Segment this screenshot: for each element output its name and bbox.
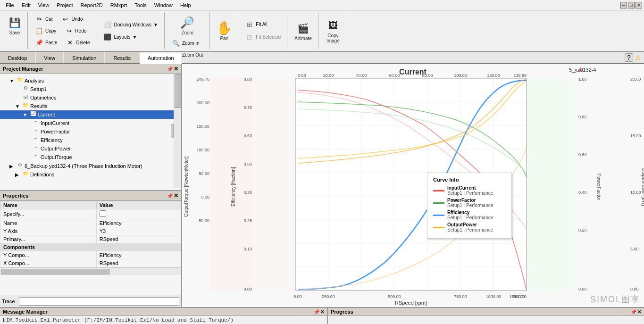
outputtorque-label: OutputTorque — [41, 154, 72, 160]
expand-optimetrics[interactable]: ▶ — [15, 95, 21, 100]
menu-file[interactable]: File — [2, 1, 18, 9]
prop-pin-icon[interactable]: 📌 — [167, 193, 173, 199]
table-row: Components — [0, 243, 181, 251]
prop-components-section: Components — [0, 243, 181, 251]
animate-button[interactable]: 🎬 Animate — [291, 19, 315, 43]
analysis-label: Analysis — [25, 78, 44, 83]
zoom-button[interactable]: 🔎 Zoom — [176, 13, 198, 37]
properties-content: Name Value Specify... Name Efficiency — [0, 201, 181, 295]
save-button[interactable]: 💾 Save — [4, 13, 25, 37]
trace-input[interactable] — [19, 297, 179, 306]
prop-primary-value: RSpeed — [96, 235, 181, 243]
chart-area[interactable]: Current 5_yzd132-4 ⚠ — [182, 64, 644, 307]
expand-definitions[interactable]: ▶ — [15, 172, 21, 177]
menu-rmxprt[interactable]: RMxprt — [107, 1, 131, 9]
pan-button[interactable]: ✋ Pan — [213, 19, 235, 43]
paste-button[interactable]: 📌 Paste — [32, 37, 61, 48]
zoom-in-button[interactable]: 🔍 Zoom In — [168, 37, 206, 49]
svg-text:20.00: 20.00 — [630, 77, 641, 82]
pm-close-icon[interactable]: ✕ — [174, 66, 178, 72]
svg-text:100.00: 100.00 — [454, 73, 467, 78]
curve-entry-outputpower: OutputPower Setup1 : Performance — [433, 222, 506, 233]
docking-windows-button[interactable]: ⬜ Docking Windows ▼ — [100, 19, 161, 30]
undo-icon: ↩ — [61, 15, 70, 23]
expand-6backup[interactable]: ▶ — [9, 164, 15, 169]
help-icon[interactable]: ? — [625, 53, 633, 62]
svg-text:PowerFactor: PowerFactor — [596, 174, 602, 200]
menu-edit[interactable]: Edit — [18, 1, 34, 9]
copy-button[interactable]: 📋 Copy — [32, 25, 59, 36]
copy-label: Copy — [45, 28, 56, 33]
expand-analysis[interactable]: ▼ — [9, 78, 15, 83]
mm-close[interactable]: ✕ — [320, 309, 324, 315]
undo-button[interactable]: ↩ Undo — [58, 13, 86, 25]
svg-text:0.60: 0.60 — [578, 152, 587, 157]
setup1-label: Setup1 — [30, 86, 47, 92]
pm-resize-handle[interactable] — [171, 124, 174, 138]
window-maximize[interactable]: □ — [628, 2, 635, 8]
prog-pin[interactable]: 📌 — [631, 309, 636, 315]
menu-tools[interactable]: Tools — [131, 1, 151, 9]
menu-report2d[interactable]: Report2D — [77, 1, 107, 9]
pm-pin-icon[interactable]: 📌 — [167, 66, 173, 72]
outputpower-line — [433, 227, 444, 228]
curve-entry-efficiency: Efficiency Setup1 : Performance — [433, 210, 506, 220]
expand-current[interactable]: ▼ — [23, 112, 28, 117]
svg-text:0.00: 0.00 — [201, 195, 209, 199]
svg-text:120.00: 120.00 — [487, 73, 500, 78]
prog-close[interactable]: ✕ — [637, 309, 641, 315]
tree-item-analysis: ▼ 📁 Analysis ▶ ⚙ Setup1 ▶ — [0, 76, 181, 162]
table-row: Specify... — [0, 209, 181, 219]
menu-project[interactable]: Project — [53, 1, 76, 9]
tab-desktop[interactable]: Desktop — [0, 52, 35, 63]
menu-help[interactable]: Help — [176, 1, 195, 9]
prop-specify-value[interactable] — [96, 209, 181, 219]
save-label: Save — [9, 30, 20, 35]
pm-scrollbar[interactable] — [174, 74, 181, 188]
cut-button[interactable]: ✂ Cut — [32, 13, 56, 25]
powerfactor-icon: ~ — [32, 128, 40, 135]
prop-yaxis-value: Y3 — [96, 227, 181, 235]
menu-window[interactable]: Window — [151, 1, 176, 9]
simol-watermark: SIMOL图享 — [590, 294, 640, 305]
prop-close-icon[interactable]: ✕ — [174, 192, 178, 199]
svg-text:0.00: 0.00 — [578, 287, 587, 291]
tab-view[interactable]: View — [36, 52, 63, 63]
delete-button[interactable]: ✕ Delete — [63, 37, 93, 48]
svg-text:0.80: 0.80 — [578, 115, 587, 119]
paste-label: Paste — [45, 40, 58, 45]
results-icon: 📁 — [22, 102, 29, 110]
svg-text:750.00: 750.00 — [454, 294, 467, 299]
message-text: IM_Toolkit_Ex1_Parameter (F:/IM/IM_Toolk… — [6, 317, 234, 323]
prop-hscrollbar[interactable] — [0, 267, 181, 275]
window-close[interactable]: ✕ — [636, 2, 642, 8]
nav-tabs: Desktop View Simulation Results Automati… — [0, 52, 644, 64]
curve-info-box: Curve Info InputCurrent Setup1 : Perform… — [427, 173, 512, 239]
svg-text:0.50: 0.50 — [243, 162, 252, 166]
fit-all-button[interactable]: ⊞ Fit All — [242, 19, 284, 30]
svg-text:0.00: 0.00 — [243, 287, 252, 291]
project-manager-content[interactable]: ▼ 📁 Analysis ▶ ⚙ Setup1 ▶ — [0, 74, 181, 188]
inputcurrent-icon: ~ — [32, 119, 40, 127]
layouts-button[interactable]: ⬛ Layouts ▼ — [100, 31, 161, 42]
outputpower-sub: Setup1 : Performance — [447, 227, 493, 233]
menu-view[interactable]: View — [34, 1, 53, 9]
copy-image-button[interactable]: 🖼 Copy Image — [322, 16, 344, 45]
window-minimize[interactable]: ─ — [620, 2, 627, 8]
tab-results[interactable]: Results — [105, 52, 139, 63]
mm-pin[interactable]: 📌 — [314, 309, 319, 315]
definitions-label: Definitions — [30, 172, 54, 177]
expand-setup1[interactable]: ▶ — [15, 87, 21, 92]
redo-button[interactable]: ↪ Redo — [61, 25, 90, 36]
inputcurrent-sub: Setup1 : Performance — [447, 191, 493, 196]
message-manager-title: Message Manager — [3, 309, 48, 315]
fit-selected-button[interactable]: ⊡ Fit Selected — [242, 32, 284, 43]
tab-automation[interactable]: Automation — [140, 52, 182, 64]
expand-results[interactable]: ▼ — [15, 104, 21, 109]
table-row: Y Axis Y3 — [0, 227, 181, 235]
svg-text:100.00: 100.00 — [196, 148, 209, 152]
outputpower-icon: ~ — [32, 145, 40, 152]
zoom-in-label: Zoom In — [182, 41, 200, 46]
svg-text:⚠: ⚠ — [578, 66, 583, 72]
tab-simulation[interactable]: Simulation — [64, 52, 104, 63]
